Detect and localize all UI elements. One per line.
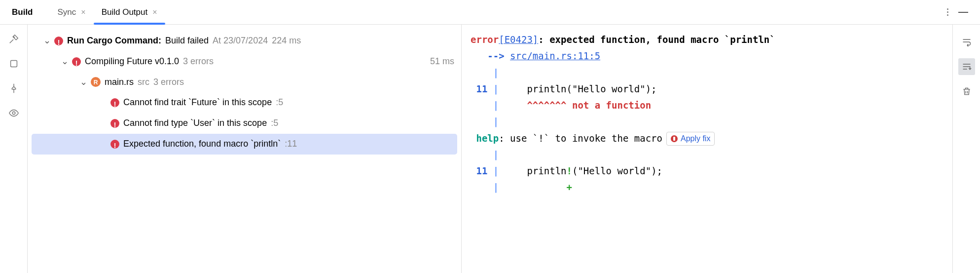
tree-error-item[interactable]: Expected function, found macro `println`…: [32, 134, 457, 155]
tree-compile-duration: 51 ms: [430, 52, 454, 71]
tab-sync[interactable]: Sync ×: [50, 0, 94, 24]
fix-code-pre: println: [527, 165, 566, 176]
tree-error-loc: :5: [271, 114, 278, 133]
gutter-bar: |: [493, 116, 499, 127]
scroll-to-end-icon[interactable]: [958, 58, 975, 75]
error-icon: [110, 140, 119, 149]
tree-error-item[interactable]: Cannot find type `User` in this scope :5: [32, 113, 457, 134]
tab-build-output[interactable]: Build Output ×: [94, 0, 165, 24]
caret: ^^^^^^^: [527, 100, 566, 111]
error-code-link[interactable]: [E0423]: [499, 34, 538, 45]
minimize-icon[interactable]: [958, 12, 968, 13]
titlebar: Build Sync × Build Output ×: [0, 0, 980, 25]
tree-error-text: Cannot find type `User` in this scope: [123, 114, 267, 133]
svg-rect-0: [10, 61, 17, 67]
tree-error-text: Cannot find trait `Future` in this scope: [123, 93, 272, 112]
error-icon: [110, 98, 119, 107]
tree-error-text: Expected function, found macro `println`: [123, 135, 281, 154]
apply-fix-button[interactable]: Apply fix: [666, 132, 715, 146]
tabs: Sync × Build Output ×: [50, 0, 165, 24]
tree-root[interactable]: ⌄ Run Cargo Command: Build failed At 23/…: [32, 31, 457, 51]
line-number: 11: [476, 165, 487, 176]
tree-compile[interactable]: ⌄ Compiling Future v0.1.0 3 errors 51 ms: [32, 51, 457, 72]
code-line: println("Hello world");: [527, 83, 656, 94]
rust-file-icon: [91, 77, 101, 87]
tab-label: Build Output: [102, 7, 148, 17]
help-label: help: [476, 133, 499, 144]
gutter-bar: |: [493, 165, 499, 176]
tree-error-item[interactable]: Cannot find trait `Future` in this scope…: [32, 92, 457, 113]
chevron-down-icon[interactable]: ⌄: [61, 52, 68, 71]
tree-error-loc: :11: [285, 135, 297, 154]
gutter-bar: |: [493, 67, 499, 78]
gutter-bar: |: [493, 149, 499, 160]
error-icon: [54, 37, 63, 45]
close-icon[interactable]: ×: [152, 8, 157, 17]
pin-icon[interactable]: [8, 83, 19, 94]
tree-root-status: Build failed: [165, 32, 209, 50]
error-label: error: [471, 34, 499, 45]
eye-icon[interactable]: [8, 108, 19, 118]
error-icon: [110, 119, 119, 128]
error-icon: [72, 57, 81, 66]
compiler-output: error[E0423]: expected function, found m…: [462, 25, 952, 273]
close-icon[interactable]: ×: [81, 8, 85, 17]
tab-label: Sync: [58, 7, 76, 17]
gutter-bar: |: [493, 182, 499, 193]
right-toolbar: [952, 25, 980, 273]
fix-plus: +: [567, 182, 572, 193]
chevron-down-icon[interactable]: ⌄: [80, 73, 87, 92]
trash-icon[interactable]: [958, 83, 975, 100]
chevron-down-icon[interactable]: ⌄: [43, 32, 50, 50]
caret-message: not a function: [572, 100, 651, 111]
help-message: : use `!` to invoke the macro: [499, 133, 662, 144]
apply-fix-label: Apply fix: [681, 132, 710, 146]
arrow: -->: [487, 50, 504, 61]
svg-point-1: [12, 112, 15, 115]
tree-file-path: src: [138, 73, 149, 92]
hammer-icon[interactable]: [8, 34, 19, 44]
gutter-bar: |: [493, 100, 499, 111]
file-link[interactable]: src/main.rs:11:5: [510, 50, 600, 61]
soft-wrap-icon[interactable]: [958, 34, 975, 50]
tree-file[interactable]: ⌄ main.rs src 3 errors: [32, 72, 457, 93]
tree-error-loc: :5: [276, 93, 283, 112]
tree-root-title: Run Cargo Command:: [67, 32, 161, 50]
gutter-bar: |: [493, 83, 499, 94]
tree-root-duration: 224 ms: [272, 32, 301, 50]
tree-file-errors: 3 errors: [153, 73, 184, 92]
build-tree: ⌄ Run Cargo Command: Build failed At 23/…: [28, 25, 462, 273]
fix-bang: !: [567, 165, 572, 176]
bulb-icon: [671, 135, 678, 142]
stop-icon[interactable]: [8, 58, 19, 69]
tree-compile-errors: 3 errors: [183, 52, 214, 71]
left-toolbar: [0, 25, 28, 273]
kebab-menu-icon[interactable]: [947, 8, 948, 16]
panel-title: Build: [5, 7, 40, 17]
tree-root-date: At 23/07/2024: [213, 32, 268, 50]
tree-file-name: main.rs: [105, 73, 134, 92]
tree-compile-label: Compiling Future v0.1.0: [85, 52, 179, 71]
error-message: : expected function, found macro `printl…: [538, 34, 775, 45]
line-number: 11: [476, 83, 487, 94]
fix-code-post: ("Hello world");: [572, 165, 662, 176]
